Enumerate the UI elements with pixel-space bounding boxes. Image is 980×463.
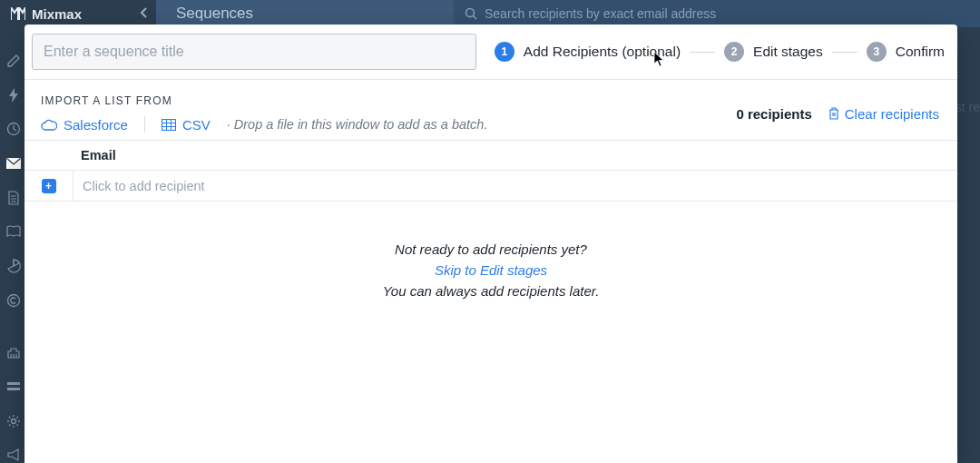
- pie-icon[interactable]: [5, 258, 22, 274]
- step-edit-stages[interactable]: 2 Edit stages: [724, 42, 823, 62]
- plus-icon[interactable]: +: [42, 179, 56, 193]
- step-3-label: Confirm: [896, 44, 945, 60]
- table-header-email: Email: [24, 140, 957, 171]
- empty-state: Not ready to add recipients yet? Skip to…: [24, 241, 957, 299]
- import-salesforce-button[interactable]: Salesforce: [41, 117, 128, 133]
- search-placeholder: Search recipients by exact email address: [485, 6, 716, 21]
- book-icon[interactable]: [5, 223, 22, 240]
- brand: Mixmax: [0, 0, 156, 27]
- step-divider: [690, 52, 715, 53]
- brand-logo-icon: [11, 7, 25, 20]
- search-icon: [465, 7, 477, 20]
- bolt-icon[interactable]: [5, 87, 22, 103]
- gear-icon[interactable]: [5, 413, 22, 429]
- svg-point-7: [12, 419, 16, 423]
- wizard-steps: 1 Add Recipients (optional) 2 Edit stage…: [495, 42, 945, 62]
- svg-point-4: [8, 294, 20, 306]
- document-icon[interactable]: [5, 190, 22, 206]
- create-sequence-modal: 1 Add Recipients (optional) 2 Edit stage…: [24, 25, 957, 463]
- empty-line1: Not ready to add recipients yet?: [24, 241, 957, 257]
- mail-icon[interactable]: [5, 155, 22, 172]
- background-text-fragment: st re: [956, 100, 980, 114]
- import-from-label: IMPORT A LIST FROM: [41, 94, 487, 107]
- step-2-label: Edit stages: [753, 44, 823, 60]
- svg-line-1: [474, 16, 477, 20]
- grid-icon: [162, 119, 176, 131]
- rows-icon[interactable]: [5, 379, 22, 395]
- trash-icon: [828, 107, 839, 120]
- clear-label: Clear recipients: [845, 106, 939, 122]
- svg-rect-5: [7, 382, 20, 385]
- recipient-search[interactable]: Search recipients by exact email address: [454, 0, 980, 27]
- svg-rect-6: [7, 388, 20, 390]
- recipient-count: 0 recipients: [736, 106, 811, 122]
- step-3-badge: 3: [867, 42, 887, 62]
- import-csv-button[interactable]: CSV: [162, 117, 211, 133]
- svg-point-0: [466, 9, 475, 17]
- skip-to-edit-stages-link[interactable]: Skip to Edit stages: [435, 262, 547, 278]
- sequence-title-input[interactable]: [32, 34, 476, 70]
- salesforce-label: Salesforce: [64, 117, 128, 133]
- step-confirm[interactable]: 3 Confirm: [867, 42, 945, 62]
- add-recipient-row[interactable]: +: [24, 171, 957, 202]
- step-divider: [832, 52, 858, 53]
- brand-text: Mixmax: [32, 6, 82, 22]
- empty-line2: You can always add recipients later.: [24, 283, 957, 299]
- svg-rect-8: [162, 119, 175, 130]
- collapse-icon[interactable]: [140, 6, 149, 21]
- megaphone-icon[interactable]: [5, 447, 22, 463]
- add-recipient-input[interactable]: [74, 171, 957, 201]
- compose-icon[interactable]: [5, 53, 22, 69]
- step-1-badge: 1: [495, 42, 514, 62]
- step-2-badge: 2: [724, 42, 744, 62]
- step-1-label: Add Recipients (optional): [524, 44, 681, 60]
- page-title: Sequences: [156, 0, 454, 27]
- building-icon[interactable]: [5, 344, 22, 360]
- page-title-text: Sequences: [176, 5, 253, 23]
- clock-icon[interactable]: [5, 121, 22, 137]
- copyright-icon[interactable]: [5, 292, 22, 309]
- drop-file-hint: · Drop a file in this window to add as a…: [227, 117, 488, 132]
- left-rail: [0, 27, 27, 463]
- cloud-icon: [41, 119, 57, 131]
- csv-label: CSV: [182, 117, 211, 133]
- clear-recipients-button[interactable]: Clear recipients: [828, 106, 939, 122]
- step-add-recipients[interactable]: 1 Add Recipients (optional): [495, 42, 681, 62]
- vertical-divider: [144, 116, 145, 133]
